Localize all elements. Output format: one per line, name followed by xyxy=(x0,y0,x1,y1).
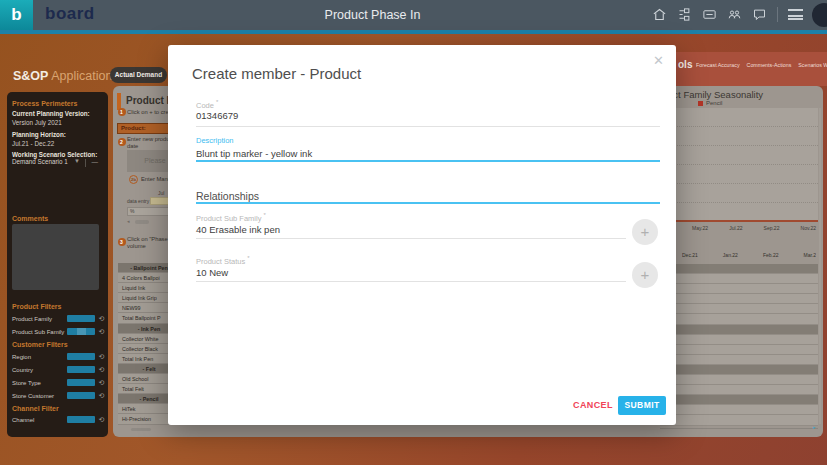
app-title-light: Application xyxy=(51,69,112,83)
description-field[interactable]: Blunt tip marker - yellow ink xyxy=(196,148,312,159)
filter-row[interactable]: Channel⟲ xyxy=(7,413,108,426)
table-row xyxy=(660,405,818,415)
filter-selector-bar[interactable] xyxy=(67,328,95,335)
code-label: Code * xyxy=(196,99,218,110)
horizontal-scrollbar[interactable] xyxy=(660,428,818,429)
table-header-label: Feb.22 xyxy=(763,252,779,258)
legend-label-pencil: Pencil xyxy=(706,100,722,106)
tab-item[interactable]: Forecast Accuracy xyxy=(696,62,740,68)
filter-selector-bar[interactable] xyxy=(67,366,95,373)
users-icon[interactable] xyxy=(727,7,742,22)
data-entry-label: data entry xyxy=(127,198,149,204)
filter-row[interactable]: Region⟲ xyxy=(7,350,108,363)
slider-left-arrow-icon[interactable]: ◂ xyxy=(127,218,130,224)
scenario-dropdown[interactable]: Demand Scenario 1 ▼ — xyxy=(12,158,102,169)
close-icon[interactable] xyxy=(653,53,664,68)
tab-item[interactable]: Comments-Actions xyxy=(747,62,792,68)
chevron-down-icon[interactable]: ▼ xyxy=(74,158,80,164)
vertical-scrollbar[interactable] xyxy=(819,108,821,424)
code-field[interactable]: 01346679 xyxy=(196,110,238,121)
avatar[interactable] xyxy=(812,3,827,27)
add-sub-family-button[interactable] xyxy=(632,219,658,245)
comments-box[interactable] xyxy=(12,224,99,290)
product-list-scrollbar[interactable] xyxy=(131,428,151,431)
filter-row[interactable]: Product Family⟲ xyxy=(7,312,108,325)
refresh-icon[interactable]: ⟲ xyxy=(95,366,108,374)
filter-label: Product Family xyxy=(7,316,67,322)
required-marker: * xyxy=(264,212,266,218)
channel-filter-title: Channel Filter xyxy=(12,405,59,412)
status-label: Product Status * xyxy=(196,255,250,266)
status-label-text: Product Status xyxy=(196,257,245,266)
table-header-label: Mar.2 xyxy=(803,252,816,258)
filter-label: Store Type xyxy=(7,380,67,386)
submit-button[interactable]: SUBMIT xyxy=(618,396,666,415)
table-row xyxy=(660,385,818,395)
filter-row[interactable]: Product Sub Family⟲ xyxy=(7,325,108,338)
refresh-icon[interactable]: ⟲ xyxy=(95,416,108,424)
top-bar: b board Product Phase In xyxy=(0,0,827,30)
sub-family-field[interactable]: 40 Erasable ink pen xyxy=(196,224,280,235)
refresh-icon[interactable]: ⟲ xyxy=(95,328,108,336)
filter-selector-bar[interactable] xyxy=(67,379,95,386)
home-icon[interactable] xyxy=(652,7,667,22)
scroll-arrow-icon[interactable]: ▸ xyxy=(813,424,816,430)
axis-tick-label: May.22 xyxy=(692,225,708,231)
planning-horizon-label: Planning Horizon: xyxy=(12,131,66,138)
code-underline xyxy=(196,126,660,127)
table-row xyxy=(660,274,818,284)
app-title: S&OP Application xyxy=(13,69,112,83)
relationships-underline xyxy=(196,202,660,204)
tab-actual-demand[interactable]: Actual Demand xyxy=(110,67,167,83)
panel-icon[interactable] xyxy=(702,7,717,22)
filter-selection-segment xyxy=(77,328,86,335)
table-header-label: Dec.21 xyxy=(682,252,698,258)
topbar-actions xyxy=(652,7,803,22)
table-row xyxy=(660,345,818,355)
chat-icon[interactable] xyxy=(752,7,767,22)
board-logo-text[interactable]: board xyxy=(45,4,95,24)
filter-row[interactable]: Country⟲ xyxy=(7,363,108,376)
filter-selector-bar[interactable] xyxy=(67,392,95,399)
planning-version-label: Current Planning Version: xyxy=(12,110,90,117)
planning-version-value: Version July 2021 xyxy=(12,119,62,126)
relationships-section-title: Relationships xyxy=(196,190,259,202)
add-status-button[interactable] xyxy=(632,262,658,288)
step-2-text-line1: Enter new produc xyxy=(127,136,172,143)
table-month-headers: Dec.21Jan.22Feb.22Mar.2 xyxy=(682,252,816,258)
code-label-text: Code xyxy=(196,101,214,110)
required-marker: * xyxy=(247,255,249,261)
filter-label: Product Sub Family xyxy=(7,329,67,335)
hierarchy-icon[interactable] xyxy=(677,7,692,22)
seasonality-table-rows xyxy=(660,264,818,426)
app-background: b board Product Phase In xyxy=(0,0,827,465)
refresh-icon[interactable]: ⟲ xyxy=(95,353,108,361)
menu-icon[interactable] xyxy=(788,9,803,20)
dialog-title: Create member - Product xyxy=(192,65,361,82)
table-row xyxy=(660,294,818,304)
filter-selector-bar[interactable] xyxy=(67,315,95,322)
sub-family-label-text: Product Sub Family xyxy=(196,214,261,223)
dropdown-more-icon[interactable]: — xyxy=(92,158,99,165)
mini-slider[interactable] xyxy=(135,220,149,224)
chart-legend: Pencil xyxy=(698,100,722,106)
status-field[interactable]: 10 New xyxy=(196,267,228,278)
table-row xyxy=(660,304,818,314)
refresh-icon[interactable]: ⟲ xyxy=(95,379,108,387)
filter-row[interactable]: Store Customer⟲ xyxy=(7,389,108,402)
step-2b-badge: 2b xyxy=(129,175,138,184)
filter-selector-bar[interactable] xyxy=(67,353,95,360)
tools-label-fragment: ols xyxy=(678,59,692,70)
status-underline xyxy=(196,281,626,282)
cancel-button[interactable]: CANCEL xyxy=(573,400,613,410)
board-logo-mark[interactable]: b xyxy=(0,0,33,30)
refresh-icon[interactable]: ⟲ xyxy=(95,315,108,323)
filter-label: Channel xyxy=(7,417,67,423)
filter-selector-bar[interactable] xyxy=(67,416,95,423)
channel-filters: Channel⟲ xyxy=(7,413,108,426)
refresh-icon[interactable]: ⟲ xyxy=(95,392,108,400)
screen-title: Product Phase In xyxy=(300,8,445,22)
filter-row[interactable]: Store Type⟲ xyxy=(7,376,108,389)
step-2-text: Enter new produc date xyxy=(127,136,172,150)
tab-item[interactable]: Scenarios Workf xyxy=(798,62,827,68)
